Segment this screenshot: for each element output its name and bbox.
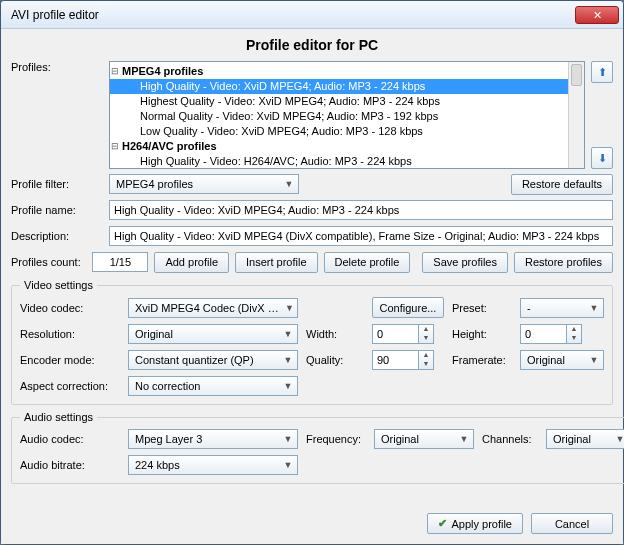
chevron-down-icon: ▼ xyxy=(457,432,471,446)
width-label: Width: xyxy=(306,328,364,340)
filter-label: Profile filter: xyxy=(11,178,103,190)
chevron-down-icon: ▼ xyxy=(613,432,624,446)
move-up-button[interactable]: ⬆ xyxy=(591,61,613,83)
restore-profiles-button[interactable]: Restore profiles xyxy=(514,252,613,273)
video-legend: Video settings xyxy=(20,279,97,291)
video-codec-label: Video codec: xyxy=(20,302,120,314)
tree-group-h264[interactable]: H264/AVC profiles xyxy=(110,139,584,154)
combo-value: No correction xyxy=(135,380,200,392)
profiles-count-value: 1/15 xyxy=(92,252,148,272)
insert-profile-button[interactable]: Insert profile xyxy=(235,252,318,273)
video-codec-combo[interactable]: XviD MPEG4 Codec (DivX compatible)▼ xyxy=(128,298,298,318)
combo-value: Original xyxy=(135,328,173,340)
count-label: Profiles count: xyxy=(11,256,86,268)
configure-button[interactable]: Configure... xyxy=(372,297,444,318)
add-profile-button[interactable]: Add profile xyxy=(154,252,229,273)
profiles-tree[interactable]: MPEG4 profiles High Quality - Video: Xvi… xyxy=(109,61,585,169)
chevron-down-icon: ▼ xyxy=(587,301,601,315)
height-label: Height: xyxy=(452,328,512,340)
footer: Apply profile Cancel xyxy=(11,505,613,534)
chevron-down-icon: ▼ xyxy=(284,301,295,315)
save-profiles-button[interactable]: Save profiles xyxy=(422,252,508,273)
apply-profile-button[interactable]: Apply profile xyxy=(427,513,523,534)
preset-combo[interactable]: -▼ xyxy=(520,298,604,318)
chevron-down-icon: ▼ xyxy=(281,432,295,446)
close-icon: ✕ xyxy=(593,8,602,22)
framerate-combo[interactable]: Original▼ xyxy=(520,350,604,370)
framerate-label: Framerate: xyxy=(452,354,512,366)
restore-defaults-button[interactable]: Restore defaults xyxy=(511,174,613,195)
combo-value: Constant quantizer (QP) xyxy=(135,354,254,366)
scrollbar[interactable] xyxy=(568,62,584,168)
width-spinner[interactable]: ▲▼ xyxy=(372,324,444,344)
chevron-down-icon: ▼ xyxy=(281,379,295,393)
chevron-down-icon: ▼ xyxy=(587,353,601,367)
resolution-combo[interactable]: Original▼ xyxy=(128,324,298,344)
frequency-label: Frequency: xyxy=(306,433,366,445)
profile-name-input[interactable] xyxy=(109,200,613,220)
description-input[interactable] xyxy=(109,226,613,246)
bitrate-label: Audio bitrate: xyxy=(20,459,120,471)
quality-label: Quality: xyxy=(306,354,364,366)
aspect-label: Aspect correction: xyxy=(20,380,120,392)
height-input[interactable] xyxy=(520,324,566,344)
bitrate-combo[interactable]: 224 kbps▼ xyxy=(128,455,298,475)
combo-value: Mpeg Layer 3 xyxy=(135,433,202,445)
titlebar: AVI profile editor ✕ xyxy=(1,1,623,29)
tree-item[interactable]: High Quality - Video: H264/AVC; Audio: M… xyxy=(110,154,584,169)
spinner-buttons[interactable]: ▲▼ xyxy=(418,350,434,370)
chevron-down-icon: ▼ xyxy=(281,458,295,472)
spinner-buttons[interactable]: ▲▼ xyxy=(418,324,434,344)
page-title: Profile editor for PC xyxy=(11,37,613,53)
tree-item[interactable]: Highest Quality - Video: XviD MPEG4; Aud… xyxy=(110,94,584,109)
encoder-label: Encoder mode: xyxy=(20,354,120,366)
preset-label: Preset: xyxy=(452,302,512,314)
audio-codec-label: Audio codec: xyxy=(20,433,120,445)
arrow-down-icon: ⬇ xyxy=(598,152,607,165)
channels-label: Channels: xyxy=(482,433,538,445)
move-down-button[interactable]: ⬇ xyxy=(591,147,613,169)
spinner-buttons[interactable]: ▲▼ xyxy=(566,324,582,344)
chevron-down-icon: ▼ xyxy=(281,327,295,341)
combo-value: Original xyxy=(527,354,565,366)
tree-item[interactable]: High Quality - Video: XviD MPEG4; Audio:… xyxy=(110,79,584,94)
tree-group-mpeg4[interactable]: MPEG4 profiles xyxy=(110,64,584,79)
combo-value: 224 kbps xyxy=(135,459,180,471)
chevron-down-icon: ▼ xyxy=(282,177,296,191)
combo-value: MPEG4 profiles xyxy=(116,178,193,190)
combo-value: - xyxy=(527,302,531,314)
audio-settings-group: Audio settings Audio codec: Mpeg Layer 3… xyxy=(11,411,624,484)
tree-item[interactable]: Low Quality - Video: XviD MPEG4; Audio: … xyxy=(110,124,584,139)
combo-value: XviD MPEG4 Codec (DivX compatible) xyxy=(135,302,284,314)
name-label: Profile name: xyxy=(11,204,103,216)
profile-filter-combo[interactable]: MPEG4 profiles▼ xyxy=(109,174,299,194)
frequency-combo[interactable]: Original▼ xyxy=(374,429,474,449)
body: Profile editor for PC Profiles: MPEG4 pr… xyxy=(1,29,623,544)
audio-legend: Audio settings xyxy=(20,411,97,423)
video-settings-group: Video settings Video codec: XviD MPEG4 C… xyxy=(11,279,613,405)
reorder-buttons: ⬆ ⬇ xyxy=(591,61,613,169)
profiles-label: Profiles: xyxy=(11,61,103,73)
quality-input[interactable] xyxy=(372,350,418,370)
tree-item[interactable]: Normal Quality - Video: XviD MPEG4; Audi… xyxy=(110,109,584,124)
combo-value: Original xyxy=(381,433,419,445)
height-spinner[interactable]: ▲▼ xyxy=(520,324,604,344)
arrow-up-icon: ⬆ xyxy=(598,66,607,79)
audio-codec-combo[interactable]: Mpeg Layer 3▼ xyxy=(128,429,298,449)
quality-spinner[interactable]: ▲▼ xyxy=(372,350,444,370)
encoder-combo[interactable]: Constant quantizer (QP)▼ xyxy=(128,350,298,370)
cancel-button[interactable]: Cancel xyxy=(531,513,613,534)
width-input[interactable] xyxy=(372,324,418,344)
aspect-combo[interactable]: No correction▼ xyxy=(128,376,298,396)
window-title: AVI profile editor xyxy=(11,8,575,22)
combo-value: Original xyxy=(553,433,591,445)
delete-profile-button[interactable]: Delete profile xyxy=(324,252,411,273)
window: AVI profile editor ✕ Profile editor for … xyxy=(0,0,624,545)
close-button[interactable]: ✕ xyxy=(575,6,619,24)
channels-combo[interactable]: Original▼ xyxy=(546,429,624,449)
resolution-label: Resolution: xyxy=(20,328,120,340)
chevron-down-icon: ▼ xyxy=(281,353,295,367)
desc-label: Description: xyxy=(11,230,103,242)
